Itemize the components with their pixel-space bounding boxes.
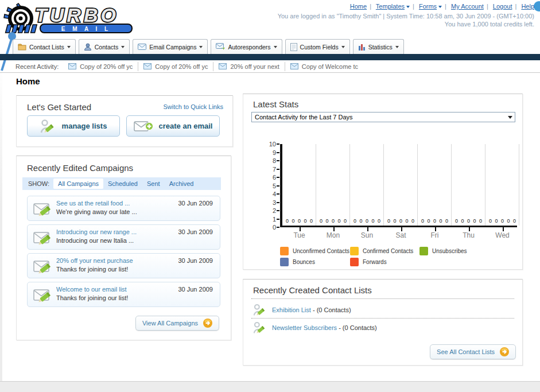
recent-activity-item[interactable]: Copy of Welcome tc	[285, 62, 363, 71]
top-link-forms[interactable]: Forms	[419, 3, 442, 10]
campaign-row[interactable]: See us at the retail food ... We're givi…	[27, 196, 220, 221]
gridline	[383, 144, 384, 226]
campaign-subtitle: Thanks for joining our list!	[56, 294, 128, 301]
x-axis-tick	[469, 227, 470, 231]
x-axis-label: Fri	[418, 231, 452, 239]
legend-swatch	[350, 247, 359, 255]
filter-archived[interactable]: Archived	[169, 180, 194, 187]
tab-autoresponders[interactable]: Autoresponders	[211, 39, 282, 54]
stats-chart: 0123456789100 0 0 0 0Tue0 0 0 0 0Mon0 0 …	[280, 144, 517, 227]
x-axis-label: Tue	[282, 231, 316, 239]
stats-period-dropdown[interactable]: Contact Activity for the Last 7 Days	[251, 112, 515, 122]
arrow-right-icon	[500, 347, 509, 356]
credits-line: You have 1,000 total credits left.	[278, 20, 534, 28]
y-axis-label: 8	[261, 157, 276, 164]
x-axis-tick	[401, 227, 402, 231]
campaign-title-link[interactable]: Introducing our new range ...	[56, 228, 137, 235]
top-link-templates[interactable]: Templates	[376, 3, 410, 10]
campaign-row[interactable]: Welcome to our email list Thanks for joi…	[27, 282, 220, 307]
contact-list-item[interactable]: Exhibition List - (0 Contacts)	[253, 302, 351, 318]
y-axis-label: 2	[261, 207, 276, 214]
contact-list-count: - (0 Contacts)	[337, 324, 377, 331]
chevron-down-icon	[438, 6, 442, 8]
y-axis-tick	[277, 193, 279, 195]
y-axis-tick	[277, 202, 279, 203]
tab-contacts[interactable]: Contacts	[79, 39, 130, 54]
filter-scheduled[interactable]: Scheduled	[108, 180, 138, 187]
legend-label: Confirmed Contacts	[363, 248, 413, 254]
tab-statistics[interactable]: Statistics	[353, 39, 404, 54]
top-link-help[interactable]: Help	[521, 3, 534, 10]
create-email-button[interactable]: create an email	[126, 115, 220, 137]
recently-created-contact-lists-panel: Recently Created Contact Lists Exhibitio…	[243, 279, 523, 366]
svg-text:TURBO: TURBO	[35, 4, 119, 26]
data-value-labels: 0 0 0 0 0	[350, 218, 384, 224]
autoresponder-icon	[216, 43, 225, 51]
x-axis-tick	[503, 227, 504, 231]
data-value-labels: 0 0 0 0 0	[384, 218, 418, 224]
tab-email-campaigns[interactable]: Email Campaigns	[133, 39, 208, 54]
data-value-labels: 0 0 0 0 0	[452, 218, 485, 224]
campaign-title-link[interactable]: Welcome to our email list	[56, 286, 127, 293]
x-axis-tick	[333, 227, 335, 231]
campaign-subtitle: Thanks for joining our list!	[56, 266, 128, 273]
y-axis-label: 0	[261, 224, 276, 231]
y-axis-label: 10	[261, 141, 276, 148]
contact-list-item[interactable]: Newsletter Subscribers - (0 Contacts)	[253, 320, 377, 336]
latest-stats-panel: Latest Stats Contact Activity for the La…	[243, 94, 523, 270]
gridline	[349, 144, 350, 226]
campaigns-title: Recently Edited Campaigns	[27, 163, 133, 173]
y-axis-tick	[277, 185, 279, 187]
recent-activity-item[interactable]: 20% off your next	[213, 62, 285, 71]
legend-label: Unconfirmed Contacts	[293, 248, 349, 254]
person-pencil-icon	[253, 302, 267, 318]
recent-activity-item[interactable]: Copy of 20% off yc	[63, 62, 138, 71]
envelope-icon	[138, 44, 146, 50]
chevron-down-icon	[406, 6, 410, 8]
top-link-logout[interactable]: Logout	[493, 3, 512, 10]
campaign-title-link[interactable]: 20% off your next purchase	[56, 257, 133, 264]
see-all-contact-lists-button[interactable]: See All Contact Lists	[430, 344, 516, 359]
y-axis-label: 6	[261, 174, 276, 181]
filter-sent[interactable]: Sent	[147, 180, 160, 187]
filter-all-campaigns[interactable]: All Campaigns	[53, 178, 103, 189]
get-started-panel: Let's Get Started Switch to Quick Links …	[16, 95, 233, 147]
contacts-icon	[84, 43, 92, 51]
y-axis-tick	[277, 169, 279, 170]
data-value-labels: 0 0 0 0 0	[485, 218, 519, 224]
chevron-down-icon	[508, 116, 512, 119]
envelope-plus-icon	[134, 120, 153, 133]
x-axis-tick	[435, 227, 436, 231]
tab-custom-fields[interactable]: Custom Fields	[285, 39, 350, 54]
campaign-date: 30 Jun 2009	[178, 228, 213, 235]
y-axis-label: 4	[261, 191, 276, 197]
gridline	[485, 144, 485, 226]
switch-to-quick-links[interactable]: Switch to Quick Links	[163, 103, 223, 110]
campaign-title-link[interactable]: See us at the retail food ...	[56, 200, 130, 207]
campaign-row[interactable]: 20% off your next purchase Thanks for jo…	[27, 253, 220, 278]
manage-lists-button[interactable]: manage lists	[27, 115, 120, 137]
envelope-pencil-icon	[33, 229, 55, 246]
x-axis-label: Sun	[350, 231, 384, 239]
top-link-home[interactable]: Home	[350, 3, 367, 10]
nav-divider-bar	[0, 54, 540, 60]
recent-activity-label: Recent Activity:	[15, 63, 59, 70]
page-footer-strip	[0, 381, 540, 392]
y-axis-label: 3	[261, 199, 276, 206]
view-all-campaigns-button[interactable]: View All Campaigns	[135, 316, 219, 331]
contact-list-link[interactable]: Exhibition List	[272, 306, 311, 313]
data-value-labels: 0 0 0 0 0	[316, 218, 350, 224]
y-axis-tick	[277, 210, 279, 211]
envelope-pencil-icon	[33, 258, 55, 275]
help-bubble-icon[interactable]	[534, 1, 540, 11]
arrow-right-icon	[203, 319, 212, 328]
y-axis-tick	[277, 160, 279, 161]
campaign-date: 30 Jun 2009	[178, 257, 213, 264]
contact-list-link[interactable]: Newsletter Subscribers	[272, 324, 337, 331]
campaign-row[interactable]: Introducing our new range ... Introducin…	[27, 224, 220, 250]
tab-contact-lists[interactable]: Contact Lists	[13, 39, 76, 54]
top-link-my-account[interactable]: My Account	[451, 3, 484, 10]
legend-label: Bounces	[293, 259, 315, 265]
recent-activity-item[interactable]: Copy of 20% off yc	[138, 62, 213, 71]
latest-stats-title: Latest Stats	[253, 99, 298, 109]
